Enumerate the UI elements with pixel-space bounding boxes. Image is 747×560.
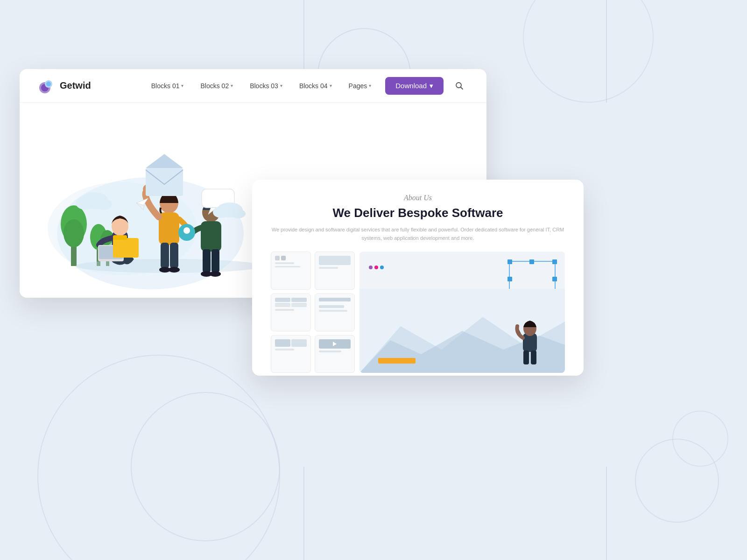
download-label: Download: [395, 82, 427, 90]
nav-pages-chevron: ▾: [369, 83, 371, 88]
search-button[interactable]: [451, 77, 468, 94]
svg-rect-51: [531, 350, 536, 364]
logo-area: Getwid: [38, 77, 91, 94]
download-chevron-icon: ▾: [430, 82, 433, 90]
yellow-cta-bar: [378, 358, 416, 364]
table-cell4: [291, 303, 307, 307]
section-col2: [291, 339, 307, 347]
svg-point-3: [46, 82, 51, 86]
navbar: Getwid Blocks 01 ▾ Blocks 02 ▾ Blocks 03…: [20, 69, 486, 103]
preview-person: [514, 317, 546, 368]
preview-area: [271, 252, 565, 373]
section-col1: [275, 339, 290, 347]
block-item-price: [315, 294, 355, 331]
blocks-sidebar: [271, 252, 355, 373]
dot-pink: [374, 266, 378, 269]
svg-point-45: [231, 209, 246, 218]
nav-blocks03-label: Blocks 03: [250, 82, 278, 90]
block-label-line: [275, 262, 294, 264]
nav-pages-label: Pages: [349, 82, 367, 90]
block-label-line7: [319, 350, 341, 352]
about-label: About Us: [271, 194, 565, 202]
nav-blocks04-label: Blocks 04: [299, 82, 328, 90]
drag-corner-tm: [529, 259, 534, 264]
dot-blue: [380, 266, 384, 269]
about-title: We Deliver Bespoke Software: [271, 206, 565, 220]
hero-left: [20, 103, 276, 298]
nav-blocks03[interactable]: Blocks 03 ▾: [243, 78, 289, 93]
block-icon-sq2: [281, 256, 286, 260]
nav-blocks04[interactable]: Blocks 04 ▾: [293, 78, 338, 93]
block-label-line3: [319, 267, 338, 269]
block-item-table: [271, 294, 311, 331]
block-label-line5: [319, 310, 347, 312]
svg-rect-36: [146, 168, 183, 196]
block-icon-sq: [275, 256, 280, 260]
drag-corner-rm: [552, 277, 557, 281]
logo-text: Getwid: [60, 80, 91, 91]
svg-point-42: [95, 199, 112, 210]
nav-blocks02-chevron: ▾: [231, 83, 233, 88]
about-card: About Us We Deliver Bespoke Software We …: [252, 180, 584, 376]
logo-icon: [38, 77, 55, 94]
block-price-preview: [319, 298, 351, 301]
table-cell: [275, 298, 290, 302]
table-cell2: [291, 298, 307, 302]
nav-pages[interactable]: Pages ▾: [342, 78, 378, 93]
svg-rect-24: [161, 243, 169, 268]
svg-rect-33: [211, 249, 219, 273]
nav-blocks03-chevron: ▾: [280, 83, 282, 88]
play-icon: [333, 342, 337, 346]
table-cell3: [275, 303, 290, 307]
svg-point-10: [63, 219, 84, 247]
block-label-line6: [275, 349, 294, 350]
drag-corner-lm: [507, 277, 512, 281]
about-description: We provide design and software digital s…: [271, 226, 565, 242]
nav-blocks01[interactable]: Blocks 01 ▾: [145, 78, 190, 93]
svg-point-44: [213, 207, 230, 218]
block-price-line: [319, 305, 344, 308]
svg-point-35: [210, 271, 221, 277]
block-banner-preview: [319, 256, 351, 265]
svg-point-41: [76, 196, 94, 210]
preview-main: [359, 252, 565, 373]
drag-corner-tl: [507, 259, 512, 264]
block-item-video: [315, 335, 355, 373]
download-button[interactable]: Download ▾: [385, 77, 444, 95]
search-icon: [455, 81, 464, 91]
nav-blocks04-chevron: ▾: [330, 83, 332, 88]
nav-blocks01-label: Blocks 01: [151, 82, 180, 90]
svg-point-27: [169, 267, 180, 273]
hero-illustration: [29, 112, 267, 289]
block-icon-row: [275, 256, 307, 260]
svg-rect-50: [523, 350, 529, 364]
block-item-section: [271, 335, 311, 373]
svg-rect-38: [113, 238, 139, 258]
block-item-banner: [315, 252, 355, 289]
svg-rect-39: [113, 235, 127, 240]
block-label-line4: [275, 309, 294, 311]
dot-purple: [369, 266, 373, 269]
svg-line-5: [461, 87, 463, 89]
block-section-preview: [275, 339, 307, 347]
svg-point-31: [183, 227, 190, 234]
drag-corner-tr: [552, 259, 557, 264]
dots-row: [369, 266, 384, 269]
nav-blocks02[interactable]: Blocks 02 ▾: [194, 78, 240, 93]
svg-rect-29: [201, 221, 221, 252]
nav-links: Blocks 01 ▾ Blocks 02 ▾ Blocks 03 ▾ Bloc…: [145, 77, 468, 95]
block-table-preview: [275, 298, 307, 307]
block-video-preview: [319, 339, 351, 349]
block-label-line2: [275, 266, 300, 267]
svg-rect-32: [203, 249, 211, 273]
svg-rect-25: [170, 243, 178, 268]
nav-blocks02-label: Blocks 02: [200, 82, 229, 90]
block-item-iconbox: [271, 252, 311, 289]
nav-blocks01-chevron: ▾: [181, 83, 183, 88]
